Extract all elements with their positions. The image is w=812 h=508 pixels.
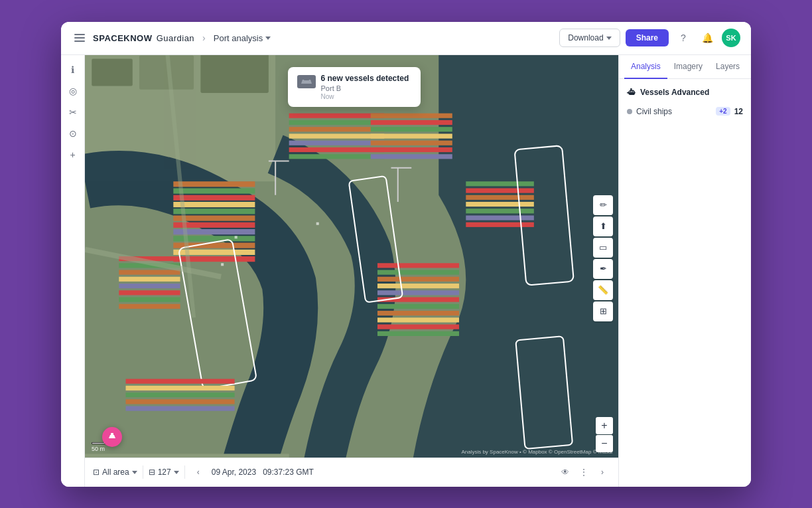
eye-button[interactable]: 👁: [557, 464, 573, 480]
svg-rect-55: [466, 215, 534, 220]
svg-rect-47: [377, 317, 459, 322]
chevron-down-icon: [265, 37, 271, 40]
header: SPACEKNOW Guardian › Port analysis Downl…: [61, 22, 751, 55]
bottom-right-icons: 👁 ⋮ ›: [557, 464, 610, 480]
svg-rect-16: [173, 256, 255, 262]
filter-count[interactable]: ⊟ 127: [149, 467, 179, 477]
popup-location: Port B: [321, 84, 409, 92]
svg-rect-40: [377, 270, 459, 274]
count-chevron-icon: [174, 471, 179, 474]
draw-tool-button[interactable]: ✏: [593, 195, 613, 215]
count-value: 127: [158, 467, 171, 477]
breadcrumb-current[interactable]: Port analysis: [214, 33, 271, 43]
svg-rect-46: [377, 311, 459, 315]
info-tool-button[interactable]: ℹ: [64, 60, 82, 79]
svg-rect-28: [289, 133, 385, 138]
section-title: Vessels Advanced: [640, 88, 709, 97]
main-content: ℹ ◎ ✂ ⊙ +: [61, 55, 751, 487]
zoom-in-button[interactable]: +: [596, 417, 613, 434]
left-toolbar: ℹ ◎ ✂ ⊙ +: [61, 55, 85, 487]
civil-ships-count: 12: [734, 107, 743, 116]
tab-layers[interactable]: Layers: [709, 55, 746, 79]
brand-space: SPACE: [93, 33, 123, 43]
svg-rect-53: [466, 201, 534, 206]
svg-rect-8: [173, 201, 255, 207]
popup-ship-icon: [297, 75, 316, 88]
svg-rect-37: [371, 147, 452, 151]
share-button[interactable]: Share: [626, 29, 669, 46]
focus-tool-button[interactable]: ⊙: [64, 124, 82, 143]
svg-rect-41: [377, 276, 459, 281]
more-options-button[interactable]: ⋮: [576, 464, 592, 480]
svg-rect-5: [173, 181, 255, 187]
map-attribution: Analysis by SpaceKnow • © Mapbox © OpenS…: [461, 449, 613, 455]
section-vessels-advanced: ⛴ Vessels Advanced: [627, 87, 743, 98]
svg-rect-68: [235, 236, 237, 238]
svg-rect-74: [126, 406, 235, 410]
svg-rect-23: [119, 297, 180, 301]
header-left: SPACEKNOW Guardian › Port analysis: [72, 31, 554, 44]
svg-rect-24: [119, 303, 180, 308]
map-popup: 6 new vessels detected Port B Now: [288, 67, 421, 107]
notifications-button[interactable]: 🔔: [698, 29, 716, 47]
download-label: Download: [568, 33, 603, 42]
svg-rect-36: [371, 140, 452, 145]
svg-rect-56: [466, 222, 534, 226]
civil-ships-item[interactable]: Civil ships +2 12: [627, 104, 743, 119]
download-button[interactable]: Download: [559, 29, 620, 47]
avatar[interactable]: SK: [722, 29, 740, 47]
breadcrumb-separator: ›: [202, 33, 206, 43]
svg-rect-51: [466, 188, 534, 193]
menu-button[interactable]: [72, 31, 88, 44]
help-button[interactable]: ?: [674, 29, 693, 47]
svg-rect-33: [371, 120, 452, 124]
divider-2: [184, 466, 185, 479]
svg-rect-22: [119, 290, 180, 295]
popup-time: Now: [321, 93, 409, 100]
svg-rect-26: [289, 120, 385, 124]
edit-tool-button[interactable]: ✒: [593, 259, 613, 279]
svg-rect-25: [289, 113, 385, 118]
layers-tool-button[interactable]: ⊞: [593, 301, 613, 321]
brand: SPACEKNOW Guardian: [93, 33, 194, 43]
target-tool-button[interactable]: ◎: [64, 82, 82, 100]
tab-imagery[interactable]: Imagery: [667, 55, 709, 79]
ship-marker-icon: [107, 432, 117, 442]
svg-rect-43: [377, 290, 459, 295]
svg-rect-42: [377, 284, 459, 288]
civil-ships-badge: +2: [716, 107, 730, 116]
svg-rect-29: [289, 140, 385, 145]
zoom-controls: + −: [596, 417, 613, 452]
svg-rect-31: [289, 154, 385, 159]
tab-analysis[interactable]: Analysis: [624, 55, 667, 79]
bottom-toolbar: ⊡ All area ⊟ 127 ‹ 09 Apr, 2023 09: [85, 458, 618, 487]
svg-rect-45: [377, 303, 459, 308]
svg-rect-39: [377, 263, 459, 268]
avatar-initials: SK: [726, 34, 736, 42]
brand-know: KNOW: [123, 33, 152, 43]
location-marker[interactable]: [102, 427, 122, 447]
area-selector[interactable]: ⊡ All area: [93, 467, 137, 477]
measure-tool-button[interactable]: 📏: [593, 280, 613, 300]
scissors-tool-button[interactable]: ✂: [64, 103, 82, 122]
add-tool-button[interactable]: +: [64, 145, 82, 164]
nav-next-button[interactable]: ›: [594, 464, 610, 480]
page-title: Port analysis: [214, 33, 263, 43]
svg-rect-77: [111, 433, 113, 436]
svg-rect-72: [126, 392, 235, 397]
map-container[interactable]: 6 new vessels detected Port B Now ✏ ⬆ ▭ …: [85, 55, 618, 487]
upload-tool-button[interactable]: ⬆: [593, 216, 613, 236]
rectangle-tool-button[interactable]: ▭: [593, 238, 613, 258]
area-chevron-icon: [132, 471, 137, 474]
svg-rect-69: [316, 222, 319, 224]
svg-rect-2: [92, 58, 133, 86]
vessels-icon: ⛴: [627, 87, 636, 98]
scale-label: 50 m: [92, 446, 105, 452]
svg-rect-7: [173, 195, 255, 200]
divider-1: [143, 466, 143, 479]
civil-ships-label: Civil ships: [627, 107, 672, 116]
svg-rect-32: [371, 113, 452, 118]
nav-prev-button[interactable]: ‹: [190, 464, 206, 480]
time-value: 09:37:23 GMT: [263, 467, 314, 477]
right-panel: Analysis Imagery Layers ⛴ Vessels Advanc…: [618, 55, 751, 487]
